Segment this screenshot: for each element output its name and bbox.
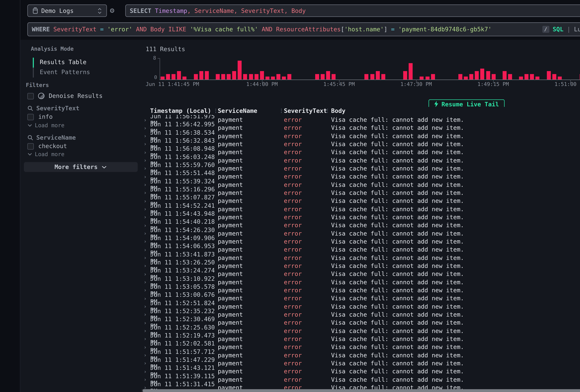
histogram-bar[interactable]	[243, 74, 247, 79]
search-icon[interactable]	[27, 135, 33, 140]
row-expand-chevron-icon[interactable]: ›	[142, 369, 150, 374]
row-expand-chevron-icon[interactable]: ›	[142, 223, 150, 228]
histogram-bar[interactable]	[238, 61, 242, 79]
row-expand-chevron-icon[interactable]: ›	[142, 206, 150, 212]
select-query-input[interactable]: SELECT Timestamp, ServiceName, SeverityT…	[125, 4, 580, 17]
load-more-servicename[interactable]: Load more	[27, 151, 64, 158]
horizontal-scrollbar-thumb[interactable]	[143, 389, 580, 392]
row-expand-chevron-icon[interactable]: ›	[142, 263, 150, 268]
histogram-bar[interactable]	[420, 77, 424, 79]
histogram-bar[interactable]	[525, 74, 529, 79]
row-expand-chevron-icon[interactable]: ›	[142, 182, 150, 187]
lucene-mode-option[interactable]: Lucene	[574, 26, 580, 33]
column-resize-grip[interactable]: ⋮	[279, 108, 284, 113]
row-expand-chevron-icon[interactable]: ›	[142, 158, 150, 163]
row-expand-chevron-icon[interactable]: ›	[142, 149, 150, 155]
histogram-bar[interactable]	[475, 71, 479, 79]
histogram-bar[interactable]	[376, 71, 380, 79]
sql-mode-option[interactable]: SQL	[553, 26, 564, 33]
histogram-bar[interactable]	[425, 77, 429, 79]
column-resize-grip[interactable]: ⋮	[213, 108, 218, 113]
histogram-bar[interactable]	[277, 74, 280, 79]
row-expand-chevron-icon[interactable]: ›	[142, 312, 150, 317]
mode-event-patterns[interactable]: Event Patterns	[40, 69, 90, 76]
row-expand-chevron-icon[interactable]: ›	[142, 328, 150, 334]
filter-option-checkout[interactable]: checkout	[27, 143, 67, 150]
where-query-input[interactable]: WHERE SeverityText = 'error' AND Body IL…	[27, 22, 580, 36]
filter-field-label[interactable]: SeverityText	[36, 105, 79, 112]
histogram-bar[interactable]	[519, 77, 523, 79]
histogram-bar[interactable]	[503, 71, 506, 79]
histogram-bar[interactable]	[166, 74, 170, 79]
filter-option-info[interactable]: info	[27, 113, 53, 120]
histogram-bar[interactable]	[227, 74, 231, 79]
histogram-bar[interactable]	[171, 74, 175, 79]
row-expand-chevron-icon[interactable]: ›	[142, 174, 150, 179]
column-header-timestamp[interactable]: Timestamp (Local)	[150, 107, 218, 114]
histogram-bar[interactable]	[480, 69, 484, 79]
histogram-bar[interactable]	[365, 74, 369, 79]
histogram-bar[interactable]	[536, 77, 540, 79]
histogram-bar[interactable]	[194, 74, 198, 79]
histogram-bar[interactable]	[315, 74, 319, 79]
row-expand-chevron-icon[interactable]: ›	[142, 166, 150, 171]
histogram-bar[interactable]	[271, 77, 275, 79]
row-expand-chevron-icon[interactable]: ›	[142, 287, 150, 293]
more-filters-button[interactable]: More filters	[24, 162, 138, 172]
search-icon[interactable]	[27, 105, 33, 111]
histogram-bar[interactable]	[552, 74, 556, 79]
histogram-bar[interactable]	[288, 74, 291, 79]
denoise-checkbox[interactable]	[27, 93, 34, 99]
row-expand-chevron-icon[interactable]: ›	[142, 214, 150, 220]
histogram-bar[interactable]	[260, 71, 264, 79]
histogram-bar[interactable]	[249, 74, 253, 79]
column-header-severitytext[interactable]: SeverityText	[284, 107, 331, 114]
histogram-bar[interactable]	[205, 71, 209, 79]
query-language-toggle[interactable]: / SQL | Lucene	[542, 26, 580, 33]
histogram-bar[interactable]	[183, 77, 186, 79]
histogram-bar[interactable]	[331, 74, 335, 79]
row-expand-chevron-icon[interactable]: ›	[142, 361, 150, 366]
histogram-bar[interactable]	[177, 71, 181, 79]
row-expand-chevron-icon[interactable]: ›	[142, 336, 150, 342]
histogram-bar[interactable]	[370, 74, 374, 79]
histogram-bar[interactable]	[469, 74, 473, 79]
histogram-bar[interactable]	[199, 71, 203, 79]
histogram-bar[interactable]	[221, 74, 225, 79]
histogram-bar[interactable]	[558, 77, 562, 79]
row-expand-chevron-icon[interactable]: ›	[142, 296, 150, 301]
column-header-servicename[interactable]: ServiceName	[218, 107, 284, 114]
source-select[interactable]: Demo Logs	[27, 4, 107, 17]
histogram-bar[interactable]	[458, 74, 462, 79]
histogram-bar[interactable]	[491, 74, 495, 79]
row-expand-chevron-icon[interactable]: ›	[142, 353, 150, 358]
row-expand-chevron-icon[interactable]: ›	[142, 377, 150, 382]
filter-field-label[interactable]: ServiceName	[36, 134, 76, 141]
histogram-bar[interactable]	[486, 71, 490, 79]
row-expand-chevron-icon[interactable]: ›	[142, 125, 150, 131]
row-expand-chevron-icon[interactable]: ›	[142, 133, 150, 139]
histogram-bar[interactable]	[254, 74, 258, 79]
row-expand-chevron-icon[interactable]: ›	[142, 320, 150, 325]
row-expand-chevron-icon[interactable]: ›	[142, 239, 150, 244]
row-expand-chevron-icon[interactable]: ›	[142, 141, 150, 147]
histogram-bar[interactable]	[464, 77, 468, 79]
row-expand-chevron-icon[interactable]: ›	[142, 117, 150, 123]
row-expand-chevron-icon[interactable]: ›	[142, 190, 150, 196]
row-expand-chevron-icon[interactable]: ›	[142, 344, 150, 350]
gear-icon[interactable]: ⚙	[110, 6, 114, 14]
histogram-bar[interactable]	[320, 74, 324, 79]
histogram-bar[interactable]	[282, 77, 286, 79]
histogram-bar[interactable]	[431, 74, 435, 79]
histogram-bar[interactable]	[547, 71, 551, 79]
row-expand-chevron-icon[interactable]: ›	[142, 304, 150, 309]
load-more-severitytext[interactable]: Load more	[27, 122, 64, 129]
denoise-results-row[interactable]: Denoise Results	[27, 92, 103, 99]
histogram-bar[interactable]	[160, 77, 164, 79]
row-expand-chevron-icon[interactable]: ›	[142, 279, 150, 285]
histogram-bar[interactable]	[530, 74, 534, 79]
row-expand-chevron-icon[interactable]: ›	[142, 247, 150, 252]
row-expand-chevron-icon[interactable]: ›	[142, 271, 150, 277]
histogram-bar[interactable]	[232, 71, 236, 79]
info-checkbox[interactable]	[27, 114, 34, 120]
